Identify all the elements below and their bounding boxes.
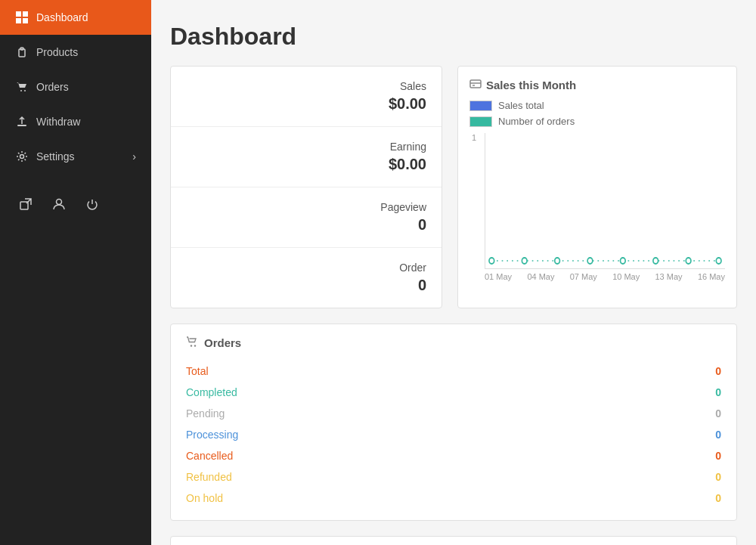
sidebar-bottom-bar <box>0 181 151 227</box>
svg-rect-3 <box>23 18 28 23</box>
order-label-refunded: Refunded <box>186 471 232 483</box>
stat-pageview: Pageview 0 <box>171 187 442 248</box>
legend-num-orders: Number of orders <box>469 116 725 127</box>
svg-point-24 <box>191 345 192 346</box>
stat-sales-label: Sales <box>186 80 426 92</box>
order-label-completed: Completed <box>186 386 237 398</box>
sidebar-item-orders[interactable]: Orders <box>0 70 151 104</box>
power-button[interactable] <box>77 189 107 219</box>
svg-rect-8 <box>17 125 26 126</box>
svg-rect-12 <box>470 80 481 88</box>
briefcase-icon <box>15 45 29 59</box>
order-row-processing: Processing 0 <box>186 424 721 445</box>
stat-earning-value: $0.00 <box>186 156 426 173</box>
stat-sales: Sales $0.00 <box>171 67 442 127</box>
orders-card: Orders Total 0 Completed 0 Pending 0 Pro… <box>170 324 737 521</box>
svg-point-11 <box>57 200 62 205</box>
svg-point-19 <box>587 258 593 264</box>
sidebar-item-label: Orders <box>36 81 69 93</box>
order-label-cancelled: Cancelled <box>186 450 233 462</box>
legend-swatch-blue <box>469 101 492 111</box>
chart-legend: Sales total Number of orders <box>469 100 725 127</box>
stat-pageview-value: 0 <box>186 216 426 234</box>
order-value-refunded: 0 <box>715 471 721 483</box>
page-title: Dashboard <box>170 23 737 51</box>
svg-rect-1 <box>23 11 28 17</box>
order-value-pending: 0 <box>715 407 721 420</box>
products-card: Products + Add new product Total 11 <box>170 536 737 545</box>
main-content: Dashboard Sales $0.00 Earning $0.00 Page… <box>151 0 756 545</box>
chart-x-labels: 01 May 04 May 07 May 10 May 13 May 16 Ma… <box>485 272 725 281</box>
external-link-button[interactable] <box>11 189 41 219</box>
x-label-5: 13 May <box>655 272 683 281</box>
stat-pageview-label: Pageview <box>186 201 426 213</box>
order-value-on-hold: 0 <box>715 492 721 504</box>
order-value-processing: 0 <box>715 429 721 441</box>
gear-icon <box>15 150 29 163</box>
chart-area: 1 <box>485 133 725 269</box>
legend-swatch-green <box>469 116 492 127</box>
svg-point-21 <box>653 258 658 264</box>
order-label-on-hold: On hold <box>186 492 223 504</box>
sidebar-item-label: Settings <box>36 150 75 163</box>
order-label-pending: Pending <box>186 407 225 420</box>
svg-rect-2 <box>16 18 21 23</box>
sidebar-item-label: Dashboard <box>36 11 88 23</box>
x-label-3: 07 May <box>570 272 597 281</box>
cart-icon <box>15 80 29 94</box>
x-label-1: 01 May <box>485 272 512 281</box>
stat-order-label: Order <box>186 262 426 274</box>
chart-svg <box>485 133 725 268</box>
svg-point-22 <box>686 258 691 264</box>
orders-card-title: Orders <box>186 336 721 350</box>
x-label-2: 04 May <box>527 272 554 281</box>
svg-point-25 <box>194 345 196 346</box>
svg-point-7 <box>24 90 26 91</box>
user-button[interactable] <box>44 189 74 219</box>
order-row-cancelled: Cancelled 0 <box>186 445 721 466</box>
order-row-on-hold: On hold 0 <box>186 488 721 509</box>
settings-arrow: › <box>132 150 136 163</box>
chart-y-label: 1 <box>472 133 476 142</box>
sidebar-item-withdraw[interactable]: Withdraw <box>0 104 151 139</box>
svg-point-23 <box>716 258 721 264</box>
order-label-total: Total <box>186 365 209 377</box>
stats-card: Sales $0.00 Earning $0.00 Pageview 0 Ord… <box>170 66 442 308</box>
grid-icon <box>15 11 29 24</box>
x-label-6: 16 May <box>698 272 725 281</box>
order-value-completed: 0 <box>715 386 721 398</box>
order-row-pending: Pending 0 <box>186 403 721 424</box>
sidebar-item-dashboard[interactable]: Dashboard <box>0 0 151 35</box>
order-value-cancelled: 0 <box>715 450 721 462</box>
sidebar-item-label: Products <box>36 46 78 58</box>
order-row-completed: Completed 0 <box>186 382 721 403</box>
credit-card-icon <box>469 78 482 92</box>
sidebar-item-settings[interactable]: Settings › <box>0 139 151 174</box>
stat-earning: Earning $0.00 <box>171 127 442 187</box>
order-row-total: Total 0 <box>186 361 721 382</box>
svg-point-20 <box>621 258 626 264</box>
stat-order-value: 0 <box>186 277 426 294</box>
svg-point-18 <box>555 258 560 264</box>
x-label-4: 10 May <box>612 272 640 281</box>
stat-earning-label: Earning <box>186 141 426 153</box>
stat-sales-value: $0.00 <box>186 95 426 113</box>
chart-title: Sales this Month <box>469 78 725 92</box>
chart-card: Sales this Month Sales total Number of o… <box>457 66 737 308</box>
top-row: Sales $0.00 Earning $0.00 Pageview 0 Ord… <box>170 66 737 308</box>
svg-point-17 <box>522 258 527 264</box>
bottom-row: Orders Total 0 Completed 0 Pending 0 Pro… <box>170 324 737 545</box>
orders-products-col: Orders Total 0 Completed 0 Pending 0 Pro… <box>170 324 737 545</box>
upload-icon <box>15 115 29 129</box>
svg-rect-0 <box>16 11 21 17</box>
sidebar-item-label: Withdraw <box>36 116 80 128</box>
svg-point-9 <box>20 155 24 159</box>
cart-icon-orders <box>186 336 198 350</box>
svg-point-16 <box>489 258 494 264</box>
order-label-processing: Processing <box>186 429 238 441</box>
order-value-total: 0 <box>715 365 721 377</box>
order-row-refunded: Refunded 0 <box>186 466 721 488</box>
stat-order: Order 0 <box>171 248 442 308</box>
sidebar-item-products[interactable]: Products <box>0 35 151 70</box>
svg-point-6 <box>20 90 22 91</box>
